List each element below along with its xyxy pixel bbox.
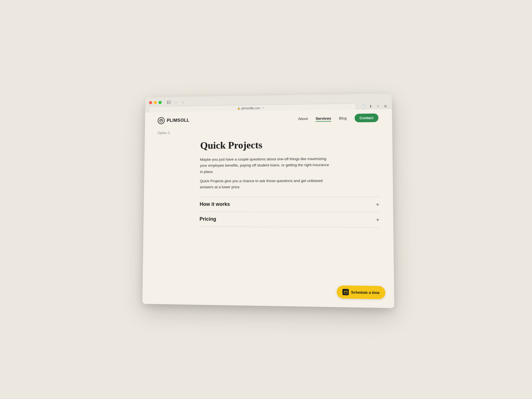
schedule-label: Schedule a time <box>351 290 380 295</box>
logo-text: PLIMSOLL <box>167 118 190 123</box>
share-icon[interactable]: ⬆ <box>368 104 373 109</box>
description-2: Quick Projects give you a chance to ask … <box>200 178 332 190</box>
navigation: PLIMSOLL About Services Blog Contact <box>145 109 392 129</box>
contact-button[interactable]: Contact <box>354 114 378 122</box>
accordion-pricing[interactable]: Pricing + <box>200 212 380 227</box>
forward-button[interactable]: › <box>180 99 186 105</box>
accordion-how-it-works[interactable]: How it works + <box>200 197 379 212</box>
nav-links: About Services Blog Contact <box>298 114 378 123</box>
main-content: Quick Projects Maybe you just have a cou… <box>156 138 393 227</box>
logo[interactable]: PLIMSOLL <box>158 117 190 124</box>
nav-services[interactable]: Services <box>316 116 331 121</box>
logo-icon <box>158 117 165 124</box>
website-content: PLIMSOLL About Services Blog Contact Opt… <box>142 109 394 308</box>
schedule-cta-wrapper: Schedule a time <box>337 285 385 299</box>
expand-icon-1: + <box>376 202 379 207</box>
reload-icon[interactable]: ↻ <box>262 106 265 109</box>
accordion-title-2: Pricing <box>200 216 216 222</box>
tabs-icon[interactable]: ⧉ <box>383 104 388 109</box>
svg-rect-1 <box>169 101 171 101</box>
maximize-button[interactable] <box>158 101 162 104</box>
toolbar-icons: 🕐 ⬆ + ⧉ <box>361 104 388 109</box>
page-title: Quick Projects <box>200 138 378 151</box>
nav-about[interactable]: About <box>298 117 308 121</box>
sidebar-toggle[interactable] <box>167 100 172 105</box>
description-1: Maybe you just have a couple questions a… <box>200 156 332 175</box>
close-button[interactable] <box>149 101 152 104</box>
accordion-title-1: How it works <box>200 201 230 207</box>
lock-icon: 🔒 <box>237 107 240 110</box>
back-button[interactable]: ‹ <box>173 99 179 105</box>
browser-window: ‹ › 🔒 plimsollfp.com ↻ 🕐 ⬆ + ⧉ <box>142 93 394 308</box>
browser-controls: ‹ › <box>167 99 186 105</box>
svg-rect-2 <box>169 102 171 103</box>
svg-rect-6 <box>344 291 347 293</box>
new-tab-icon[interactable]: + <box>375 104 381 109</box>
schedule-button[interactable]: Schedule a time <box>337 285 385 299</box>
minimize-button[interactable] <box>154 101 157 104</box>
clock-icon[interactable]: 🕐 <box>361 104 366 109</box>
svg-rect-0 <box>167 101 168 104</box>
nav-blog[interactable]: Blog <box>339 116 347 120</box>
traffic-lights <box>149 101 162 104</box>
url-text: plimsollfp.com <box>241 106 260 110</box>
page-content: Option 3 Quick Projects Maybe you just h… <box>144 126 393 228</box>
calendar-icon <box>342 289 349 295</box>
svg-rect-3 <box>169 103 171 104</box>
expand-icon-2: + <box>376 217 379 222</box>
